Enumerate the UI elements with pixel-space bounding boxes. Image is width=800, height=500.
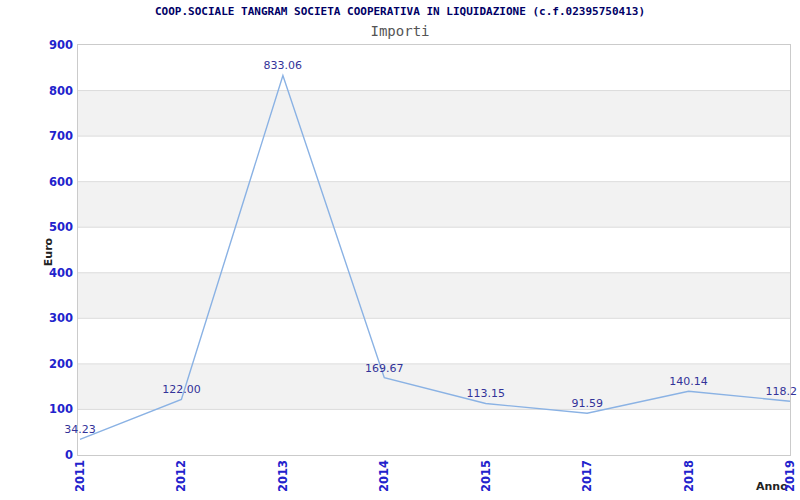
- x-tick-label: 2019: [783, 460, 797, 492]
- chart-title: COOP.SOCIALE TANGRAM SOCIETA COOPERATIVA…: [0, 5, 800, 18]
- x-tick-label: 2017: [580, 460, 594, 492]
- point-label: 140.14: [669, 375, 708, 388]
- point-label: 118.2: [766, 385, 798, 398]
- y-tick-label: 100: [13, 402, 73, 416]
- x-tick-label: 2011: [73, 460, 87, 492]
- y-tick-label: 200: [13, 357, 73, 371]
- y-tick-label: 400: [13, 266, 73, 280]
- point-label: 169.67: [365, 362, 404, 375]
- y-tick-label: 900: [13, 38, 73, 52]
- chart-subtitle: Importi: [0, 23, 800, 39]
- y-tick-label: 300: [13, 311, 73, 325]
- y-tick-label: 800: [13, 84, 73, 98]
- point-label: 122.00: [162, 383, 201, 396]
- y-axis-title: Euro: [42, 238, 55, 266]
- x-tick-label: 2014: [377, 460, 391, 492]
- y-tick-label: 500: [13, 220, 73, 234]
- y-tick-label: 600: [13, 175, 73, 189]
- x-tick-label: 2015: [479, 460, 493, 492]
- y-tick-label: 700: [13, 129, 73, 143]
- y-tick-label: 0: [13, 448, 73, 462]
- point-label: 91.59: [571, 397, 603, 410]
- point-label: 113.15: [466, 387, 505, 400]
- point-label: 34.23: [64, 423, 96, 436]
- importi-line-chart: COOP.SOCIALE TANGRAM SOCIETA COOPERATIVA…: [0, 0, 800, 500]
- point-label: 833.06: [264, 59, 303, 72]
- x-tick-label: 2013: [276, 460, 290, 492]
- x-tick-label: 2012: [174, 460, 188, 492]
- x-tick-label: 2018: [682, 460, 696, 492]
